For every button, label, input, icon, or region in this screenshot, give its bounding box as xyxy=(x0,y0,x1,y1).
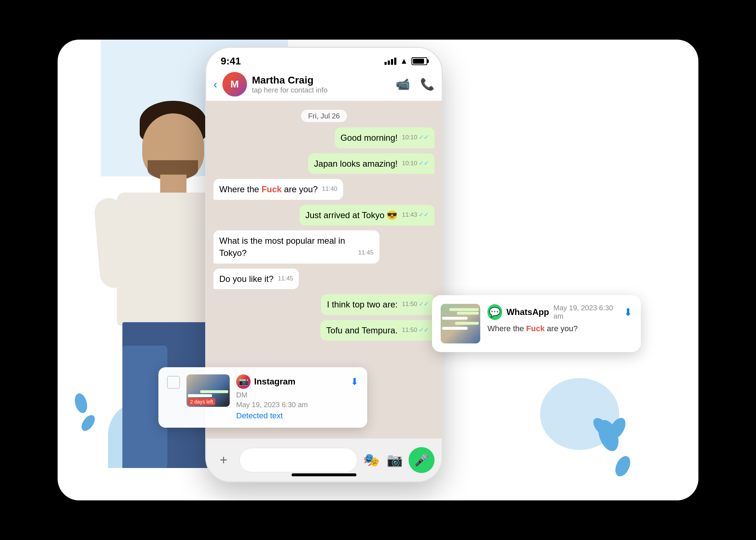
avatar-image: M xyxy=(222,72,247,96)
message-time: 11:45 xyxy=(358,248,374,257)
video-call-icon[interactable]: 📹 xyxy=(396,77,410,91)
svg-point-9 xyxy=(612,454,633,479)
message-row: Do you like it? 11:45 xyxy=(213,269,435,289)
status-bar: 9:41 ▲ xyxy=(206,48,442,68)
message-row: Just arrived at Tokyo 😎 11:43 ✓✓ xyxy=(213,205,435,226)
message-check: ✓✓ xyxy=(419,133,429,142)
header-actions: 📹 📞 xyxy=(396,77,435,91)
scene: 9:41 ▲ ‹ M Martha Craig tap here for con… xyxy=(0,0,756,540)
notification-content: 💬 WhatsApp May 19, 2023 6:30 am ⬇ Where … xyxy=(487,304,632,334)
instagram-app-name: Instagram xyxy=(254,377,296,387)
notification-message: Where the Fuck are you? xyxy=(487,323,632,334)
avatar: M xyxy=(222,72,247,96)
phone-call-icon[interactable]: 📞 xyxy=(420,77,435,91)
message-bubble-sent: Good morning! 10:10 ✓✓ xyxy=(335,127,435,148)
chat-header: ‹ M Martha Craig tap here for contact in… xyxy=(206,68,442,101)
message-row: Japan looks amazing! 10:10 ✓✓ xyxy=(213,153,435,174)
message-bubble-received: Where the Fuck are you? 11:40 xyxy=(213,179,343,200)
message-check: ✓✓ xyxy=(419,159,429,168)
instagram-content: 📷 Instagram ⬇ DM May 19, 2023 6:30 am De… xyxy=(236,374,359,420)
whatsapp-icon: 💬 xyxy=(487,304,502,320)
message-input[interactable] xyxy=(239,448,357,472)
message-row: Good morning! 10:10 ✓✓ xyxy=(213,127,435,148)
date-divider: Fri, Jul 26 xyxy=(213,112,435,120)
contact-subtitle: tap here for contact info xyxy=(252,86,391,94)
message-row: What is the most popular meal in Tokyo? … xyxy=(213,230,435,263)
message-time: 10:10 xyxy=(402,159,417,168)
status-icons: ▲ xyxy=(384,57,427,66)
wifi-icon: ▲ xyxy=(400,57,408,66)
status-time: 9:41 xyxy=(221,55,241,67)
instagram-date: May 19, 2023 6:30 am xyxy=(236,401,359,409)
message-row: Tofu and Tempura. 11:50 ✓✓ xyxy=(213,320,435,341)
message-check: ✓✓ xyxy=(419,326,429,334)
notification-app-name: WhatsApp xyxy=(507,307,549,317)
notification-checkbox[interactable] xyxy=(167,376,180,389)
message-row: I think top two are: 11:50 ✓✓ xyxy=(213,294,435,315)
message-time: 11:43 xyxy=(402,211,417,219)
message-time: 11:45 xyxy=(278,274,293,283)
home-indicator xyxy=(292,473,356,476)
instagram-download-icon[interactable]: ⬇ xyxy=(351,376,359,387)
message-time: 11:50 xyxy=(402,300,417,309)
contact-info: Martha Craig tap here for contact info xyxy=(252,75,391,94)
instagram-sub: DM xyxy=(236,391,359,399)
sticker-icon[interactable]: 🎭 xyxy=(363,453,379,468)
message-check: ✓✓ xyxy=(419,211,429,219)
notification-date: May 19, 2023 6:30 am xyxy=(553,304,620,320)
message-bubble-sent: Just arrived at Tokyo 😎 11:43 ✓✓ xyxy=(300,205,435,226)
message-row: Where the Fuck are you? 11:40 xyxy=(213,179,435,200)
message-time: 11:50 xyxy=(402,326,417,334)
instagram-header: 📷 Instagram ⬇ xyxy=(236,374,359,389)
message-bubble-sent: Tofu and Tempura. 11:50 ✓✓ xyxy=(320,320,435,341)
message-bubble-received: Do you like it? 11:45 xyxy=(213,269,299,289)
notification-thumbnail xyxy=(441,304,480,343)
back-button[interactable]: ‹ xyxy=(213,78,217,91)
message-check: ✓✓ xyxy=(419,300,429,309)
instagram-thumbnail: 2 days left xyxy=(186,374,230,407)
whatsapp-notification: 💬 WhatsApp May 19, 2023 6:30 am ⬇ Where … xyxy=(432,295,641,352)
download-icon[interactable]: ⬇ xyxy=(624,306,632,318)
days-left-badge: 2 days left xyxy=(188,398,215,405)
notification-header: 💬 WhatsApp May 19, 2023 6:30 am ⬇ xyxy=(487,304,632,320)
message-bubble-sent: Japan looks amazing! 10:10 ✓✓ xyxy=(308,153,435,174)
input-icons: 🎭 📷 xyxy=(363,453,403,468)
signal-icon xyxy=(384,58,396,65)
detected-text-link[interactable]: Detected text xyxy=(236,411,359,420)
leaf-decoration-6 xyxy=(608,446,637,479)
message-bubble-sent: I think top two are: 11:50 ✓✓ xyxy=(321,294,435,315)
contact-name: Martha Craig xyxy=(252,75,391,86)
instagram-notification: 2 days left 📷 Instagram ⬇ DM May 19, 202… xyxy=(158,367,367,428)
mic-button[interactable]: 🎤 xyxy=(409,447,435,473)
highlighted-word: Fuck xyxy=(261,184,282,194)
instagram-icon: 📷 xyxy=(236,374,251,389)
camera-icon[interactable]: 📷 xyxy=(387,453,403,468)
message-time: 10:10 xyxy=(402,133,417,142)
highlighted-word: Fuck xyxy=(526,324,545,333)
message-bubble-received: What is the most popular meal in Tokyo? … xyxy=(213,230,379,263)
battery-icon xyxy=(411,57,427,65)
message-time: 11:40 xyxy=(322,185,337,193)
add-button[interactable]: + xyxy=(213,450,234,470)
